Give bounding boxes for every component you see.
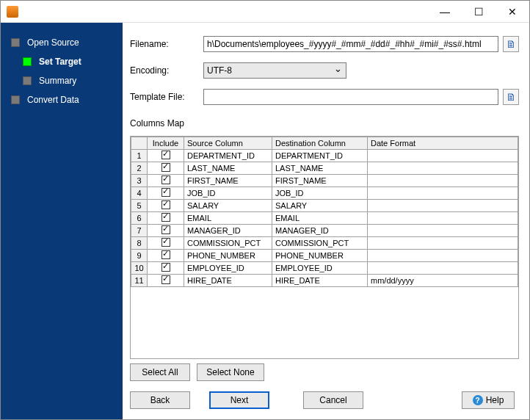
destination-cell[interactable]: MANAGER_ID <box>272 225 368 237</box>
date-format-cell[interactable] <box>368 250 518 262</box>
destination-cell[interactable]: PHONE_NUMBER <box>272 250 368 262</box>
include-cell[interactable] <box>148 150 184 162</box>
row-number: 7 <box>131 225 148 237</box>
include-cell[interactable] <box>148 250 184 262</box>
table-row: 11HIRE_DATEHIRE_DATEmm/dd/yyyy <box>131 275 518 287</box>
destination-cell[interactable]: COMMISSION_PCT <box>272 237 368 250</box>
source-cell[interactable]: JOB_ID <box>184 187 272 200</box>
source-cell[interactable]: SALARY <box>184 200 272 212</box>
checkbox-icon <box>161 213 170 222</box>
checkbox-icon <box>161 238 170 247</box>
encoding-select-wrap: UTF-8 <box>203 62 346 79</box>
wizard-sidebar: Open Source Set Target Summary Convert D… <box>1 23 123 419</box>
grid-header-row: Include Source Column Destination Column… <box>131 137 518 150</box>
back-button[interactable]: Back <box>130 391 190 409</box>
sidebar-item-set-target[interactable]: Set Target <box>1 52 123 71</box>
destination-cell[interactable]: EMPLOYEE_ID <box>272 262 368 275</box>
checkbox-icon <box>161 250 170 259</box>
help-button[interactable]: ? Help <box>462 391 515 409</box>
date-format-cell[interactable] <box>368 162 518 175</box>
checkbox-icon <box>161 275 170 284</box>
maximize-button[interactable]: ☐ <box>462 1 495 23</box>
destination-cell[interactable]: LAST_NAME <box>272 162 368 175</box>
checkbox-icon <box>161 163 170 172</box>
source-cell[interactable]: LAST_NAME <box>184 162 272 175</box>
row-number: 4 <box>131 187 148 200</box>
sidebar-item-summary[interactable]: Summary <box>1 71 123 90</box>
node-box-icon <box>23 57 32 66</box>
source-cell[interactable]: FIRST_NAME <box>184 175 272 187</box>
date-format-cell[interactable] <box>368 150 518 162</box>
table-row: 8COMMISSION_PCTCOMMISSION_PCT <box>131 237 518 250</box>
date-format-cell[interactable] <box>368 237 518 250</box>
include-cell[interactable] <box>148 225 184 237</box>
include-cell[interactable] <box>148 262 184 275</box>
destination-cell[interactable]: DEPARTMENT_ID <box>272 150 368 162</box>
destination-cell[interactable]: JOB_ID <box>272 187 368 200</box>
header-date-format[interactable]: Date Format <box>368 137 518 150</box>
table-row: 5SALARYSALARY <box>131 200 518 212</box>
row-number: 9 <box>131 250 148 262</box>
browse-filename-button[interactable]: 🗎 <box>503 36 519 52</box>
source-cell[interactable]: EMAIL <box>184 212 272 225</box>
row-number: 2 <box>131 162 148 175</box>
source-cell[interactable]: EMPLOYEE_ID <box>184 262 272 275</box>
date-format-cell[interactable]: mm/dd/yyyy <box>368 275 518 287</box>
encoding-label: Encoding: <box>130 65 203 76</box>
filename-input[interactable] <box>203 36 498 52</box>
template-row: Template File: 🗎 <box>130 89 519 105</box>
date-format-cell[interactable] <box>368 187 518 200</box>
date-format-cell[interactable] <box>368 175 518 187</box>
minimize-button[interactable]: — <box>428 1 462 23</box>
date-format-cell[interactable] <box>368 200 518 212</box>
source-cell[interactable]: PHONE_NUMBER <box>184 250 272 262</box>
sidebar-item-convert-data[interactable]: Convert Data <box>1 90 123 109</box>
destination-cell[interactable]: EMAIL <box>272 212 368 225</box>
date-format-cell[interactable] <box>368 262 518 275</box>
row-number: 10 <box>131 262 148 275</box>
grid-corner <box>131 137 148 150</box>
destination-cell[interactable]: FIRST_NAME <box>272 175 368 187</box>
wizard-buttons: Back Next Cancel ? Help <box>130 391 519 409</box>
cancel-button[interactable]: Cancel <box>303 391 363 409</box>
include-cell[interactable] <box>148 187 184 200</box>
header-include[interactable]: Include <box>148 137 184 150</box>
template-input[interactable] <box>203 89 498 105</box>
close-button[interactable]: ✕ <box>495 1 529 23</box>
destination-cell[interactable]: SALARY <box>272 200 368 212</box>
select-all-button[interactable]: Select All <box>130 363 190 381</box>
source-cell[interactable]: MANAGER_ID <box>184 225 272 237</box>
table-row: 9PHONE_NUMBERPHONE_NUMBER <box>131 250 518 262</box>
checkbox-icon <box>161 151 170 159</box>
source-cell[interactable]: DEPARTMENT_ID <box>184 150 272 162</box>
checkbox-icon <box>161 175 170 184</box>
node-box-icon <box>11 95 20 104</box>
content-panel: Filename: 🗎 Encoding: UTF-8 Template Fil… <box>123 23 529 419</box>
browse-template-button[interactable]: 🗎 <box>503 89 519 105</box>
help-label: Help <box>486 395 504 405</box>
source-cell[interactable]: HIRE_DATE <box>184 275 272 287</box>
row-number: 11 <box>131 275 148 287</box>
header-destination[interactable]: Destination Column <box>272 137 368 150</box>
date-format-cell[interactable] <box>368 225 518 237</box>
row-number: 8 <box>131 237 148 250</box>
include-cell[interactable] <box>148 200 184 212</box>
sidebar-item-open-source[interactable]: Open Source <box>1 33 123 52</box>
window-controls: — ☐ ✕ <box>428 1 529 23</box>
include-cell[interactable] <box>148 275 184 287</box>
row-number: 6 <box>131 212 148 225</box>
table-row: 4JOB_IDJOB_ID <box>131 187 518 200</box>
destination-cell[interactable]: HIRE_DATE <box>272 275 368 287</box>
table-row: 7MANAGER_IDMANAGER_ID <box>131 225 518 237</box>
include-cell[interactable] <box>148 237 184 250</box>
header-source[interactable]: Source Column <box>184 137 272 150</box>
source-cell[interactable]: COMMISSION_PCT <box>184 237 272 250</box>
select-none-button[interactable]: Select None <box>197 363 264 381</box>
file-icon: 🗎 <box>506 91 516 103</box>
date-format-cell[interactable] <box>368 212 518 225</box>
encoding-select[interactable]: UTF-8 <box>203 62 346 79</box>
include-cell[interactable] <box>148 162 184 175</box>
next-button[interactable]: Next <box>209 391 269 409</box>
include-cell[interactable] <box>148 175 184 187</box>
include-cell[interactable] <box>148 212 184 225</box>
